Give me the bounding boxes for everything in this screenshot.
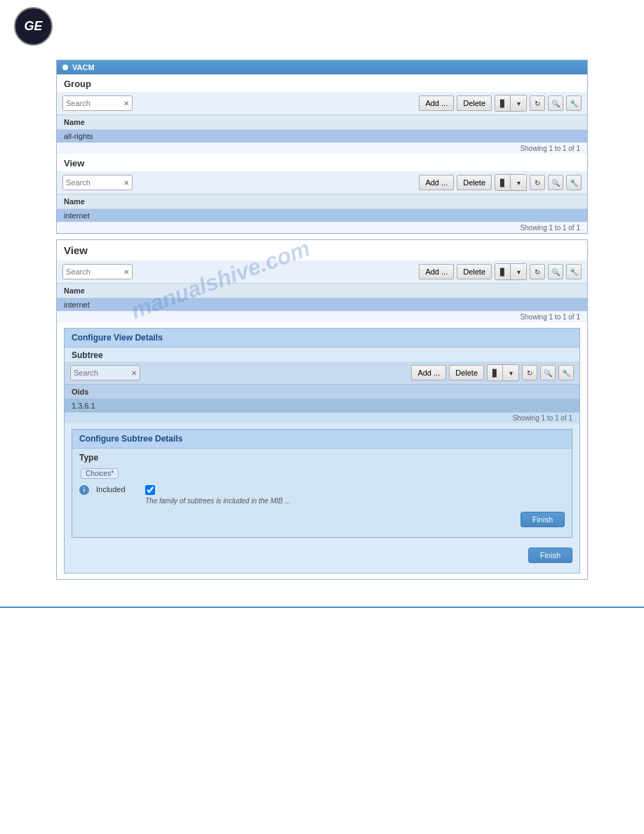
vacm-view-search-box[interactable]: ✕ <box>62 175 133 190</box>
subtree-row-1-oids: 1.3.6.1 <box>72 402 95 410</box>
outer-finish-btn-row: Finish <box>65 543 579 567</box>
vacm-view-search-clear[interactable]: ✕ <box>123 179 129 187</box>
header: GE <box>0 0 644 53</box>
group-section: Group ✕ Add ... Delete ▊ ▾ ↻ 🔍 🔧 <box>57 74 587 154</box>
standalone-view-refresh-icon[interactable]: ↻ <box>530 264 545 279</box>
subtree-finish-btn-row: Finish <box>72 508 572 531</box>
included-hint: The family of subtrees is included in th… <box>145 497 290 505</box>
vacm-view-refresh-icon[interactable]: ↻ <box>530 175 545 190</box>
group-delete-button[interactable]: Delete <box>457 95 492 111</box>
standalone-view-showing: Showing 1 to 1 of 1 <box>57 312 587 322</box>
standalone-view-row-1-name: internet <box>64 300 90 309</box>
group-toolbar: ✕ Add ... Delete ▊ ▾ ↻ 🔍 🔧 <box>57 92 587 115</box>
checkbox-cell: The family of subtrees is included in th… <box>145 485 290 505</box>
vacm-view-dropdown-icon[interactable]: ▾ <box>511 175 526 190</box>
configure-subtree-details-header: Configure Subtree Details <box>72 430 572 449</box>
type-row: Type <box>72 449 572 467</box>
group-add-button[interactable]: Add ... <box>419 95 454 111</box>
standalone-view-col-name: Name <box>64 286 85 295</box>
vacm-view-icon-group: ▊ ▾ <box>495 174 527 191</box>
standalone-view-search-input[interactable] <box>66 267 122 276</box>
standalone-view-wrench-icon[interactable]: 🔧 <box>566 264 582 279</box>
vacm-view-toolbar: ✕ Add ... Delete ▊ ▾ ↻ 🔍 🔧 <box>57 171 587 194</box>
choices-row: Choices* <box>72 467 572 482</box>
included-label: Included <box>96 485 138 494</box>
standalone-view-toolbar: ✕ Add ... Delete ▊ ▾ ↻ 🔍 🔧 <box>57 260 587 284</box>
group-table-header: Name <box>57 115 587 130</box>
ge-logo: GE <box>14 7 53 46</box>
subtree-finish-button[interactable]: Finish <box>521 512 565 527</box>
standalone-view-icon-group: ▊ ▾ <box>495 263 527 280</box>
group-search-box[interactable]: ✕ <box>62 95 133 111</box>
subtree-search-clear[interactable]: ✕ <box>131 369 137 377</box>
subtree-title: Subtree <box>65 348 579 362</box>
choices-badge[interactable]: Choices* <box>81 468 119 479</box>
group-barchart-icon[interactable]: ▊ <box>495 95 511 111</box>
group-search-clear[interactable]: ✕ <box>123 100 129 107</box>
subtree-search2-icon[interactable]: 🔍 <box>540 365 556 380</box>
subtree-icon-group: ▊ ▾ <box>487 364 519 381</box>
subtree-row-1[interactable]: 1.3.6.1 <box>65 399 579 413</box>
vacm-view-row-1[interactable]: internet <box>57 209 587 223</box>
subtree-add-button[interactable]: Add ... <box>411 365 446 380</box>
configure-view-details-panel: Configure View Details Subtree ✕ Add ...… <box>64 328 580 574</box>
configure-subtree-details-panel: Configure Subtree Details Type Choices* … <box>72 429 572 538</box>
configure-view-details-header: Configure View Details <box>65 329 579 348</box>
vacm-view-barchart-icon[interactable]: ▊ <box>495 175 511 190</box>
subtree-barchart-icon[interactable]: ▊ <box>488 365 503 380</box>
included-row: i Included The family of subtrees is inc… <box>72 482 572 508</box>
group-wrench-icon[interactable]: 🔧 <box>566 95 582 111</box>
group-showing: Showing 1 to 1 of 1 <box>57 143 587 154</box>
standalone-view-title: View <box>57 240 587 260</box>
vacm-view-search2-icon[interactable]: 🔍 <box>548 175 563 190</box>
group-search-input[interactable] <box>66 99 122 107</box>
bottom-divider <box>0 607 644 608</box>
subtree-search-box[interactable]: ✕ <box>70 365 140 380</box>
vacm-view-table-header: Name <box>57 194 587 209</box>
main-content: VACM Group ✕ Add ... Delete ▊ ▾ <box>0 53 644 593</box>
standalone-view-table-header: Name <box>57 284 587 298</box>
outer-finish-button[interactable]: Finish <box>528 548 572 563</box>
standalone-view-panel: View ✕ Add ... Delete ▊ ▾ ↻ 🔍 🔧 Name <box>56 239 588 580</box>
vacm-view-wrench-icon[interactable]: 🔧 <box>566 175 582 190</box>
vacm-panel-header: VACM <box>57 60 587 74</box>
group-title: Group <box>57 74 587 92</box>
group-dropdown-icon[interactable]: ▾ <box>511 95 526 111</box>
info-icon: i <box>79 485 89 495</box>
included-checkbox[interactable] <box>145 485 155 495</box>
subtree-wrench-icon[interactable]: 🔧 <box>558 365 574 380</box>
subtree-col-oids: Oids <box>72 388 88 396</box>
vacm-view-search-input[interactable] <box>66 178 122 187</box>
group-col-name: Name <box>64 118 85 126</box>
vacm-panel: VACM Group ✕ Add ... Delete ▊ ▾ <box>56 60 588 234</box>
subtree-toolbar: ✕ Add ... Delete ▊ ▾ ↻ 🔍 🔧 <box>65 362 579 385</box>
group-row-1[interactable]: all-rights <box>57 130 587 143</box>
subtree-delete-button[interactable]: Delete <box>449 365 484 380</box>
subtree-refresh-icon[interactable]: ↻ <box>522 365 537 380</box>
vacm-view-col-name: Name <box>64 197 85 206</box>
standalone-view-search-clear[interactable]: ✕ <box>123 268 129 276</box>
standalone-view-dropdown-icon[interactable]: ▾ <box>511 264 526 279</box>
standalone-view-search2-icon[interactable]: 🔍 <box>548 264 563 279</box>
header-dot <box>62 65 68 70</box>
group-row-1-name: all-rights <box>64 132 93 140</box>
standalone-view-barchart-icon[interactable]: ▊ <box>495 264 511 279</box>
subtree-table-header: Oids <box>65 385 579 399</box>
vacm-view-section: View ✕ Add ... Delete ▊ ▾ ↻ 🔍 🔧 <box>57 154 587 233</box>
subtree-search-input[interactable] <box>74 369 130 377</box>
vacm-view-title: View <box>57 154 587 171</box>
vacm-view-row-1-name: internet <box>64 211 90 220</box>
standalone-view-search-box[interactable]: ✕ <box>62 264 133 279</box>
standalone-view-add-button[interactable]: Add ... <box>419 264 454 279</box>
standalone-view-delete-button[interactable]: Delete <box>457 264 492 279</box>
group-refresh-icon[interactable]: ↻ <box>530 95 545 111</box>
standalone-view-row-1[interactable]: internet <box>57 298 587 312</box>
group-search-icon[interactable]: 🔍 <box>548 95 563 111</box>
vacm-view-add-button[interactable]: Add ... <box>419 175 454 190</box>
subtree-section: Subtree ✕ Add ... Delete ▊ ▾ ↻ <box>65 348 579 423</box>
logo-text: GE <box>24 19 42 34</box>
vacm-view-delete-button[interactable]: Delete <box>457 175 492 190</box>
subtree-dropdown-icon[interactable]: ▾ <box>503 365 518 380</box>
page-wrapper: GE VACM Group ✕ Add ... Delete <box>0 0 644 834</box>
vacm-view-showing: Showing 1 to 1 of 1 <box>57 223 587 233</box>
